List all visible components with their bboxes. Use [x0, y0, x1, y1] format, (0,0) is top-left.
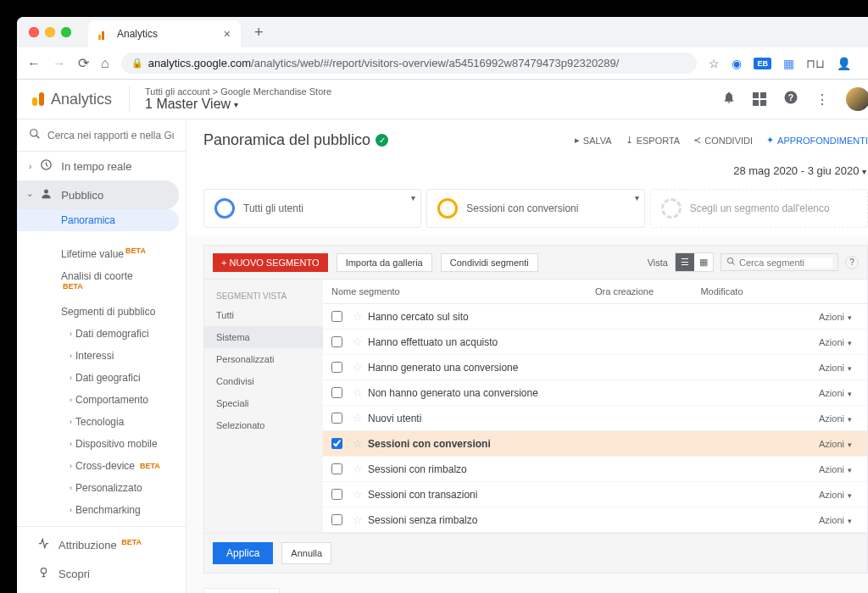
apply-button[interactable]: Applica: [213, 542, 273, 564]
row-checkbox[interactable]: [331, 413, 342, 424]
row-actions[interactable]: Azioni▾: [632, 312, 859, 322]
category-shared[interactable]: Condivisi: [204, 370, 323, 392]
row-checkbox[interactable]: [331, 387, 342, 398]
sidebar-sub-technology[interactable]: ›Tecnologia: [17, 411, 186, 433]
row-actions[interactable]: Azioni▾: [632, 363, 859, 373]
segment-search-field[interactable]: [721, 253, 838, 271]
close-tab-button[interactable]: ×: [224, 27, 231, 41]
row-checkbox[interactable]: [331, 438, 342, 449]
share-segments-button[interactable]: Condividi segmenti: [441, 253, 538, 272]
address-bar[interactable]: 🔒 analytics.google.com/analytics/web/#/r…: [121, 53, 698, 74]
category-system[interactable]: Sistema: [204, 326, 323, 348]
save-button[interactable]: ▸SALVA: [575, 135, 612, 146]
new-segment-button[interactable]: + NUOVO SEGMENTO: [213, 253, 328, 272]
table-row[interactable]: ☆Non hanno generato una conversioneAzion…: [323, 380, 867, 406]
sidebar-sub-demographics[interactable]: ›Dati demografici: [17, 323, 186, 345]
help-icon[interactable]: ?: [845, 256, 859, 269]
table-row[interactable]: ☆Nuovi utentiAzioni▾: [323, 406, 867, 431]
report-tab[interactable]: Panoramica: [203, 588, 280, 593]
row-actions[interactable]: Azioni▾: [632, 464, 859, 474]
row-actions[interactable]: Azioni▾: [632, 337, 859, 347]
row-actions[interactable]: Azioni▾: [632, 490, 859, 500]
back-button[interactable]: ←: [27, 56, 41, 71]
star-icon[interactable]: ☆: [353, 513, 363, 526]
table-row[interactable]: ☆Hanno effettuato un acquistoAzioni▾: [323, 330, 867, 355]
account-selector[interactable]: Tutti gli account > Google Merchandise S…: [129, 86, 331, 112]
row-actions[interactable]: Azioni▾: [632, 388, 859, 398]
row-checkbox[interactable]: [331, 336, 342, 347]
close-window-button[interactable]: [29, 27, 39, 37]
import-button[interactable]: Importa da galleria: [337, 253, 432, 272]
star-icon[interactable]: ☆: [353, 386, 363, 399]
row-checkbox[interactable]: [331, 362, 342, 373]
table-row[interactable]: ☆Sessioni con rimbalzoAzioni▾: [323, 457, 867, 482]
sidebar-sub-custom[interactable]: ›Personalizzato: [17, 477, 186, 499]
extension-icon-3[interactable]: ⊓⊔: [806, 57, 825, 70]
row-checkbox[interactable]: [331, 311, 342, 322]
reload-button[interactable]: ⟳: [78, 55, 89, 71]
insights-button[interactable]: ✦APPROFONDIMENTI: [766, 135, 868, 146]
extension-badge[interactable]: EB: [754, 58, 771, 69]
grid-view-button[interactable]: ▦: [694, 253, 713, 271]
segment-pill-conversions[interactable]: Sessioni con conversioni ▾: [426, 189, 644, 228]
sidebar-sub-overview[interactable]: Panoramica: [17, 209, 179, 231]
maximize-window-button[interactable]: [61, 27, 71, 37]
list-view-button[interactable]: ☰: [676, 253, 694, 271]
extension-icon-2[interactable]: ▦: [783, 57, 794, 70]
minimize-window-button[interactable]: [45, 27, 55, 37]
star-icon[interactable]: ☆: [353, 361, 363, 374]
extension-icon[interactable]: ◉: [732, 57, 742, 70]
star-icon[interactable]: ☆: [353, 437, 363, 450]
star-icon[interactable]: ☆: [353, 412, 363, 424]
row-checkbox[interactable]: [331, 463, 342, 474]
segment-pill-all-users[interactable]: Tutti gli utenti ▾: [203, 189, 421, 228]
row-actions[interactable]: Azioni▾: [632, 413, 859, 424]
star-icon[interactable]: ☆: [353, 463, 363, 475]
sidebar-sub-cohort[interactable]: Analisi di coorteBETA: [17, 265, 186, 301]
table-row[interactable]: ☆Hanno generato una conversioneAzioni▾: [323, 355, 867, 380]
browser-tab[interactable]: Analytics ×: [88, 20, 241, 47]
row-checkbox[interactable]: [331, 514, 342, 525]
more-icon[interactable]: ⋮: [815, 91, 829, 108]
sidebar-sub-interests[interactable]: ›Interessi: [17, 345, 186, 367]
star-icon[interactable]: ☆: [353, 310, 363, 323]
row-actions[interactable]: Azioni▾: [632, 515, 859, 525]
sidebar-sub-lifetime[interactable]: Lifetime valueBETA: [17, 241, 186, 265]
sidebar-sub-audiences[interactable]: Segmenti di pubblico: [17, 301, 186, 323]
ga-logo[interactable]: Analytics: [32, 91, 112, 108]
avatar-icon[interactable]: 👤: [837, 57, 851, 70]
sidebar-sub-geo[interactable]: ›Dati geografici: [17, 367, 186, 389]
home-button[interactable]: ⌂: [101, 56, 109, 71]
row-actions[interactable]: Azioni▾: [632, 439, 859, 449]
sidebar-item-discover[interactable]: Scopri: [17, 559, 186, 588]
export-button[interactable]: ⤓ESPORTA: [626, 135, 681, 146]
table-row[interactable]: ☆Sessioni con transazioniAzioni▾: [323, 482, 867, 507]
segment-pill-add[interactable]: Scegli un segmento dall'elenco: [650, 189, 868, 228]
share-button[interactable]: ≺CONDIVIDI: [693, 135, 753, 146]
sidebar-search-input[interactable]: [47, 130, 174, 141]
sidebar-sub-active-users[interactable]: [17, 231, 186, 241]
sidebar-item-audience[interactable]: › Pubblico: [17, 180, 179, 209]
star-icon[interactable]: ☆: [353, 335, 363, 348]
row-checkbox[interactable]: [331, 489, 342, 500]
sidebar-sub-cross-device[interactable]: ›Cross-device BETA: [17, 455, 186, 477]
diagnostics-icon[interactable]: [753, 92, 766, 106]
help-icon[interactable]: ?: [783, 90, 798, 108]
category-special[interactable]: Speciali: [204, 392, 323, 414]
category-selected[interactable]: Selezionato: [204, 414, 323, 436]
sidebar-sub-mobile[interactable]: ›Dispositivo mobile: [17, 433, 186, 455]
chrome-menu-button[interactable]: ⋮: [863, 57, 868, 70]
new-tab-button[interactable]: +: [248, 24, 270, 42]
table-row[interactable]: ☆Sessioni con conversioniAzioni▾: [323, 431, 867, 457]
table-row[interactable]: ☆Hanno cercato sul sitoAzioni▾: [323, 304, 867, 330]
notifications-icon[interactable]: [722, 91, 736, 108]
date-range-picker[interactable]: 28 mag 2020 - 3 giu 2020 ▾: [186, 161, 868, 180]
category-custom[interactable]: Personalizzati: [204, 348, 323, 370]
category-all[interactable]: Tutti: [204, 304, 323, 326]
sidebar-search[interactable]: [17, 119, 186, 152]
star-icon[interactable]: ☆: [353, 488, 363, 501]
sidebar-item-admin[interactable]: Amministratore: [17, 588, 186, 593]
sidebar-item-realtime[interactable]: › In tempo reale: [17, 152, 186, 180]
sidebar-sub-behavior[interactable]: ›Comportamento: [17, 389, 186, 411]
star-icon[interactable]: ☆: [709, 57, 720, 70]
